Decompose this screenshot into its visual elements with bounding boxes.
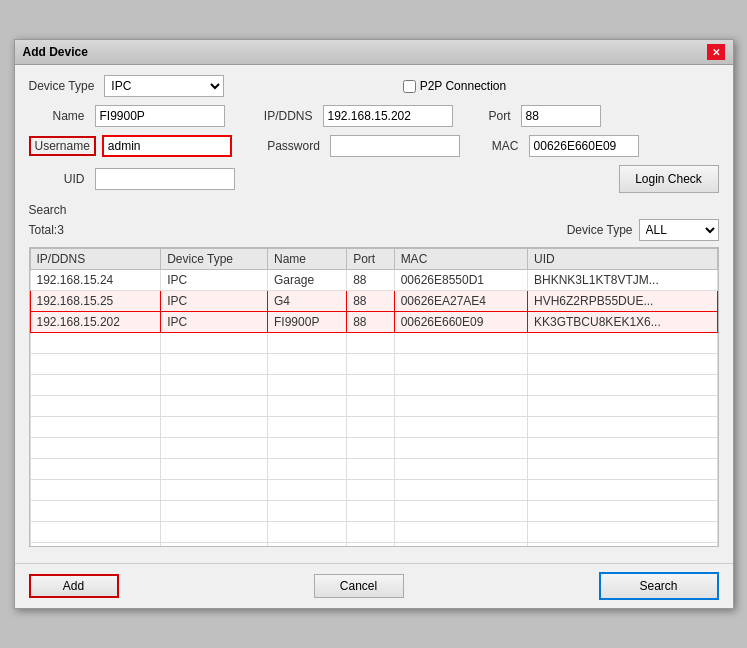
table-cell-empty: [268, 354, 347, 375]
table-cell: FI9900P: [268, 312, 347, 333]
table-cell: 00626E660E09: [394, 312, 527, 333]
table-row-empty: [30, 333, 717, 354]
table-cell-empty: [347, 396, 394, 417]
table-row-empty: [30, 417, 717, 438]
filter-device-type-select[interactable]: ALL IPC DVR NVR: [639, 219, 719, 241]
table-cell-empty: [528, 480, 717, 501]
table-cell: IPC: [161, 270, 268, 291]
table-cell-empty: [347, 501, 394, 522]
table-cell-empty: [528, 522, 717, 543]
table-cell: BHKNK3L1KT8VTJM...: [528, 270, 717, 291]
table-cell-empty: [268, 480, 347, 501]
bottom-bar: Add Cancel Search: [15, 563, 733, 608]
password-label: Password: [264, 139, 324, 153]
filter-device-type-label: Device Type: [567, 223, 633, 237]
mac-input[interactable]: [529, 135, 639, 157]
table-cell-empty: [268, 417, 347, 438]
table-cell-empty: [268, 522, 347, 543]
table-cell: 192.168.15.25: [30, 291, 161, 312]
table-cell-empty: [394, 333, 527, 354]
table-cell-empty: [161, 501, 268, 522]
table-row[interactable]: 192.168.15.202IPCFI9900P8800626E660E09KK…: [30, 312, 717, 333]
table-cell-empty: [30, 522, 161, 543]
table-cell-empty: [30, 396, 161, 417]
table-cell-empty: [161, 480, 268, 501]
table-cell-empty: [528, 438, 717, 459]
table-cell-empty: [30, 543, 161, 548]
table-cell: HVH6Z2RPB55DUE...: [528, 291, 717, 312]
name-input[interactable]: [95, 105, 225, 127]
add-device-window: Add Device ✕ Device Type IPC P2P Connect…: [14, 39, 734, 609]
password-input[interactable]: [330, 135, 460, 157]
table-cell-empty: [394, 480, 527, 501]
table-cell-empty: [161, 438, 268, 459]
port-input[interactable]: [521, 105, 601, 127]
window-title: Add Device: [23, 45, 88, 59]
col-device-type: Device Type: [161, 249, 268, 270]
col-port: Port: [347, 249, 394, 270]
table-cell-empty: [30, 501, 161, 522]
close-button[interactable]: ✕: [707, 44, 725, 60]
table-cell: Garage: [268, 270, 347, 291]
table-cell-empty: [394, 396, 527, 417]
table-cell-empty: [161, 459, 268, 480]
table-cell-empty: [394, 543, 527, 548]
table-cell-empty: [30, 438, 161, 459]
table-row[interactable]: 192.168.15.24IPCGarage8800626E8550D1BHKN…: [30, 270, 717, 291]
table-cell: G4: [268, 291, 347, 312]
table-cell-empty: [394, 459, 527, 480]
table-cell-empty: [268, 333, 347, 354]
table-cell-empty: [268, 396, 347, 417]
table-cell-empty: [347, 522, 394, 543]
table-cell-empty: [347, 480, 394, 501]
p2p-checkbox[interactable]: [403, 80, 416, 93]
search-section-label: Search: [29, 203, 719, 217]
table-cell: 00626EA27AE4: [394, 291, 527, 312]
table-cell: KK3GTBCU8KEK1X6...: [528, 312, 717, 333]
table-cell-empty: [347, 459, 394, 480]
table-cell-empty: [161, 396, 268, 417]
table-cell-empty: [161, 333, 268, 354]
table-cell-empty: [528, 375, 717, 396]
total-text: Total:3: [29, 223, 64, 237]
table-cell-empty: [394, 501, 527, 522]
table-cell-empty: [161, 354, 268, 375]
table-cell-empty: [528, 459, 717, 480]
table-cell-empty: [161, 417, 268, 438]
ip-ddns-input[interactable]: [323, 105, 453, 127]
add-button[interactable]: Add: [29, 574, 119, 598]
table-cell-empty: [30, 459, 161, 480]
username-input[interactable]: [102, 135, 232, 157]
table-cell-empty: [528, 501, 717, 522]
table-row-empty: [30, 459, 717, 480]
table-cell-empty: [528, 333, 717, 354]
table-cell: IPC: [161, 291, 268, 312]
port-label: Port: [485, 109, 515, 123]
table-cell-empty: [30, 333, 161, 354]
table-row-empty: [30, 522, 717, 543]
table-cell-empty: [528, 543, 717, 548]
table-row-empty: [30, 396, 717, 417]
table-cell-empty: [528, 417, 717, 438]
table-cell: 00626E8550D1: [394, 270, 527, 291]
table-cell-empty: [30, 354, 161, 375]
table-header-row: IP/DDNS Device Type Name Port MAC UID: [30, 249, 717, 270]
table-cell-empty: [394, 375, 527, 396]
table-row-empty: [30, 375, 717, 396]
login-check-button[interactable]: Login Check: [619, 165, 719, 193]
table-cell: IPC: [161, 312, 268, 333]
device-type-select[interactable]: IPC: [104, 75, 224, 97]
uid-label: UID: [29, 172, 89, 186]
search-button[interactable]: Search: [599, 572, 719, 600]
table-cell: 88: [347, 270, 394, 291]
cancel-button[interactable]: Cancel: [314, 574, 404, 598]
table-row[interactable]: 192.168.15.25IPCG48800626EA27AE4HVH6Z2RP…: [30, 291, 717, 312]
table-cell-empty: [347, 438, 394, 459]
device-table: IP/DDNS Device Type Name Port MAC UID 19…: [30, 248, 718, 547]
table-cell: 192.168.15.24: [30, 270, 161, 291]
table-cell: 88: [347, 312, 394, 333]
table-cell: 88: [347, 291, 394, 312]
table-cell-empty: [161, 375, 268, 396]
uid-input[interactable]: [95, 168, 235, 190]
table-cell-empty: [30, 480, 161, 501]
